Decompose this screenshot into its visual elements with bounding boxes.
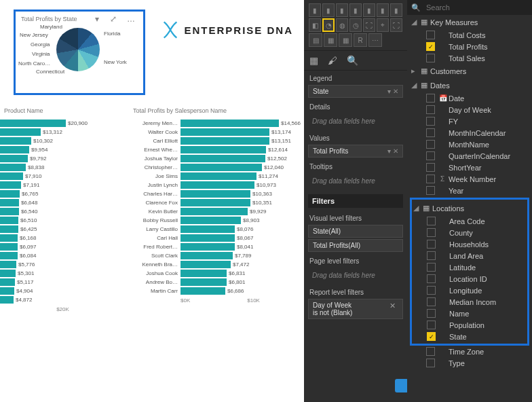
field-checkbox[interactable] bbox=[426, 128, 435, 137]
field-item[interactable]: Area Code bbox=[412, 215, 527, 227]
bar-row[interactable]: $9,954 bbox=[0, 146, 126, 153]
bar-row[interactable]: $6,540 bbox=[0, 208, 126, 215]
table-customers[interactable]: ▸▦ Customers bbox=[411, 64, 532, 78]
values-field-well[interactable]: Total Profits▾ ✕ bbox=[308, 145, 403, 158]
field-checkbox[interactable] bbox=[427, 274, 436, 283]
viz-type[interactable]: ▮ bbox=[336, 3, 348, 17]
viz-type[interactable]: ⛶ bbox=[363, 18, 375, 32]
viz-type[interactable]: R bbox=[354, 33, 367, 47]
field-checkbox[interactable] bbox=[427, 217, 436, 225]
bar-row[interactable]: $9,792 bbox=[0, 155, 126, 162]
bar-row[interactable]: Martin Carr$6,686 bbox=[129, 287, 302, 295]
bar-row[interactable]: $8,838 bbox=[0, 164, 126, 171]
close-icon[interactable]: ✕ bbox=[390, 302, 396, 310]
field-checkbox[interactable] bbox=[427, 263, 436, 272]
pie-chart[interactable] bbox=[56, 28, 100, 71]
analytics-icon[interactable]: 🔍 bbox=[347, 55, 358, 66]
bar-row[interactable]: Kenneth Bra…$7,472 bbox=[129, 261, 302, 268]
field-item[interactable]: Longitude bbox=[412, 285, 527, 296]
field-checkbox[interactable] bbox=[427, 286, 436, 295]
viz-type[interactable]: ⋯ bbox=[368, 33, 382, 47]
bar-chart-product[interactable]: Product Name $20,900$13,312$10,302$9,954… bbox=[0, 107, 126, 312]
field-checkbox[interactable] bbox=[427, 251, 436, 260]
field-item[interactable]: Day of Week bbox=[411, 104, 532, 115]
bar-row[interactable]: $7,191 bbox=[0, 181, 126, 189]
pie-chart-card[interactable]: ▾ ⤢ … Total Profits by State Maryland Ne… bbox=[14, 10, 145, 95]
bar-row[interactable]: $6,425 bbox=[0, 225, 126, 233]
filter-state[interactable]: State(All) bbox=[308, 225, 403, 238]
bar-row[interactable]: $13,312 bbox=[0, 128, 126, 136]
field-item[interactable]: ShortYear bbox=[411, 162, 532, 173]
viz-type[interactable]: ▦ bbox=[339, 33, 352, 47]
field-checkbox[interactable] bbox=[427, 321, 436, 329]
field-checkbox[interactable] bbox=[426, 140, 435, 149]
bar-row[interactable]: Joshua Cook$6,831 bbox=[129, 270, 302, 277]
field-checkbox[interactable] bbox=[426, 163, 435, 172]
bar-row[interactable]: $6,510 bbox=[0, 217, 126, 224]
field-checkbox[interactable] bbox=[426, 186, 435, 195]
field-checkbox[interactable]: ✓ bbox=[426, 42, 435, 51]
bar-row[interactable]: $5,117 bbox=[0, 278, 126, 286]
field-item[interactable]: ✓State bbox=[412, 331, 527, 342]
field-item[interactable]: FY bbox=[411, 115, 532, 127]
field-item[interactable]: Households bbox=[412, 238, 527, 250]
viz-type[interactable]: ▦ bbox=[324, 33, 337, 47]
bar-row[interactable]: Larry Castillo$8,076 bbox=[129, 225, 302, 233]
field-item[interactable]: ΣWeek Number bbox=[411, 173, 532, 185]
table-key-measures[interactable]: ◢▦ Key Measures bbox=[411, 15, 532, 29]
viz-type[interactable]: ◍ bbox=[336, 18, 348, 32]
bar-row[interactable]: $4,904 bbox=[0, 287, 126, 295]
filter-day-of-week[interactable]: ✕ Day of Weekis not (Blank) bbox=[308, 299, 403, 319]
bar-row[interactable]: $7,910 bbox=[0, 172, 126, 180]
field-item[interactable]: County bbox=[412, 227, 527, 238]
bar-row[interactable]: Carl Hall$8,067 bbox=[129, 234, 302, 242]
field-item[interactable]: Population bbox=[412, 319, 527, 331]
table-dates[interactable]: ◢▦ Dates bbox=[411, 78, 532, 92]
viz-type[interactable]: ▮ bbox=[322, 3, 335, 17]
bar-row[interactable]: Andrew Bo…$6,801 bbox=[129, 278, 302, 286]
field-checkbox[interactable]: ✓ bbox=[427, 332, 436, 341]
details-drop[interactable]: Drag data fields here bbox=[308, 113, 403, 129]
bar-row[interactable]: Joshua Taylor$12,502 bbox=[129, 155, 302, 162]
format-icon[interactable]: 🖌 bbox=[328, 55, 337, 66]
bar-row[interactable]: Joe Sims$11,274 bbox=[129, 172, 302, 180]
bar-row[interactable]: Kevin Butler$9,929 bbox=[129, 208, 302, 215]
viz-type[interactable]: ⌖ bbox=[377, 18, 389, 32]
filter-total-profits[interactable]: Total Profits(All) bbox=[308, 239, 403, 252]
bar-row[interactable]: Ernest Whe…$12,614 bbox=[129, 146, 302, 153]
field-item[interactable]: Total Costs bbox=[411, 29, 532, 41]
page-filter-drop[interactable]: Drag data fields here bbox=[308, 268, 403, 283]
field-item[interactable]: QuarterInCalendar bbox=[411, 150, 532, 162]
field-item[interactable]: Latitude bbox=[412, 261, 527, 273]
field-item[interactable]: ✓Total Profits bbox=[411, 41, 532, 52]
bar-row[interactable]: Scott Clark$7,789 bbox=[129, 252, 302, 259]
field-checkbox[interactable] bbox=[426, 117, 435, 126]
field-checkbox[interactable] bbox=[426, 359, 435, 367]
field-item[interactable]: Type bbox=[411, 357, 532, 369]
bar-row[interactable]: Fred Robert…$8,041 bbox=[129, 243, 302, 251]
bar-row[interactable]: Christopher…$12,040 bbox=[129, 164, 302, 171]
viz-type[interactable]: ▮ bbox=[363, 3, 375, 17]
bar-row[interactable]: $6,648 bbox=[0, 199, 126, 206]
field-item[interactable]: Median Incom bbox=[412, 296, 527, 308]
field-checkbox[interactable] bbox=[426, 151, 435, 160]
search-input[interactable] bbox=[425, 3, 528, 12]
field-checkbox[interactable] bbox=[426, 105, 435, 114]
bar-row[interactable]: Jeremy Men…$14,566 bbox=[129, 120, 302, 127]
viz-type-pie[interactable]: ◔ bbox=[322, 18, 335, 32]
viz-type[interactable]: ▮ bbox=[390, 3, 402, 17]
viz-type[interactable]: ▮ bbox=[377, 3, 389, 17]
viz-type[interactable]: ▮ bbox=[309, 3, 321, 17]
bar-row[interactable]: $4,872 bbox=[0, 296, 126, 304]
bar-row[interactable]: $5,776 bbox=[0, 261, 126, 268]
field-item[interactable]: Land Area bbox=[412, 250, 527, 261]
field-checkbox[interactable] bbox=[427, 228, 436, 237]
field-checkbox[interactable] bbox=[426, 175, 435, 183]
bar-row[interactable]: $6,097 bbox=[0, 243, 126, 251]
bar-row[interactable]: $10,302 bbox=[0, 137, 126, 145]
field-checkbox[interactable] bbox=[427, 297, 436, 306]
viz-type[interactable]: ⛶ bbox=[390, 18, 402, 32]
bar-row[interactable]: Carl Elliott$13,151 bbox=[129, 137, 302, 145]
bar-row[interactable]: $6,168 bbox=[0, 234, 126, 242]
fields-icon[interactable]: ▦ bbox=[309, 55, 318, 66]
